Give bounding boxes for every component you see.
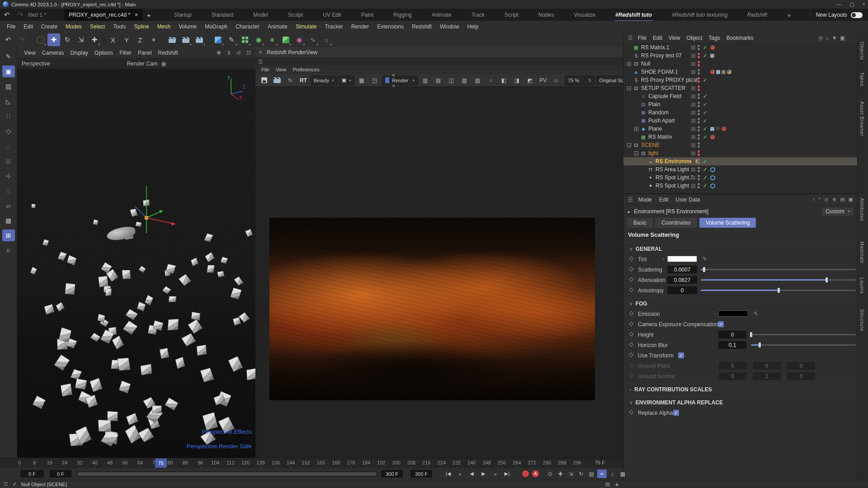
enabled-check-icon[interactable]: ✓	[703, 126, 707, 132]
enabled-check-icon[interactable]: ✓	[703, 94, 707, 99]
layer-toggle-icon[interactable]	[691, 119, 695, 123]
enabled-check-icon[interactable]: ✓	[703, 175, 707, 181]
value-field[interactable]: 0	[718, 331, 746, 338]
move-tool-icon[interactable]: ✚	[47, 33, 60, 46]
menu-animate[interactable]: Animate	[264, 23, 292, 30]
add-document-button[interactable]: +	[142, 11, 155, 19]
layout-tab-visualize[interactable]: Visualize	[573, 10, 596, 20]
new-layouts-toggle[interactable]	[851, 12, 863, 18]
checkbox[interactable]: ✓	[718, 321, 724, 327]
value-field[interactable]: 0	[718, 362, 746, 370]
light-tag[interactable]	[710, 175, 715, 180]
enable-axis-icon[interactable]: ⊹	[2, 170, 15, 182]
light-tag[interactable]	[710, 167, 715, 172]
object-row-rs-proxy-test-07[interactable]: §RS Proxy test 07✓	[623, 52, 858, 60]
close-icon[interactable]: ×	[863, 1, 865, 7]
toggle-view-icon[interactable]: ⊡	[245, 50, 253, 56]
object-row-light[interactable]: −⊡light	[623, 149, 858, 157]
timeline-ruler[interactable]: 75 F 08162432404856647280889610411212012…	[0, 458, 623, 469]
attr-add-icon[interactable]: ▤	[840, 197, 844, 202]
color-swatch[interactable]	[667, 256, 697, 262]
animation-dot-icon[interactable]	[629, 311, 634, 316]
menu-redshift[interactable]: Redshift	[408, 23, 436, 30]
range-end-field[interactable]: 300 F	[381, 470, 403, 478]
visibility-dots[interactable]	[698, 118, 700, 123]
rs-material-tag[interactable]	[710, 45, 715, 50]
side-tab-materials[interactable]: Materials	[859, 241, 865, 263]
layer-toggle-icon[interactable]	[691, 184, 695, 188]
camera-dropdown[interactable]: ▣▾	[339, 75, 354, 85]
color-swatch[interactable]	[718, 310, 748, 317]
menu-panel[interactable]: Panel	[135, 50, 155, 56]
last-tool-icon[interactable]: ✚	[88, 33, 101, 46]
layer-toggle-icon[interactable]	[691, 176, 695, 180]
document-tab-active[interactable]: PROXY_export_rec.c4d * ×	[64, 9, 142, 21]
expand-section-icon[interactable]: ›	[630, 387, 631, 392]
layout-tab-uv-edit[interactable]: UV Edit	[322, 10, 342, 20]
lock-y-axis-icon[interactable]: Y	[120, 33, 133, 46]
workplane-snap-icon[interactable]: ⌗	[2, 244, 15, 256]
collapse-icon[interactable]: −	[627, 143, 631, 147]
menu-options[interactable]: Options	[91, 50, 116, 56]
menu-extensions[interactable]: Extensions	[373, 23, 408, 30]
menu-object[interactable]: Object	[684, 35, 706, 41]
status-grip-icon[interactable]: ☰	[4, 481, 8, 487]
film-tag[interactable]	[716, 70, 720, 74]
layout-tab-redshift[interactable]: Redshift	[746, 10, 768, 20]
enabled-check-icon[interactable]: ✓	[703, 102, 707, 108]
pan-view-icon[interactable]: ✥	[215, 50, 223, 56]
section-title[interactable]: RAY CONTRIBUTION SCALES	[634, 386, 712, 393]
polygons-mode-icon[interactable]: △	[2, 140, 15, 152]
menu-select[interactable]: Select	[86, 23, 109, 30]
coordinate-system-icon[interactable]: ⌖	[147, 33, 160, 46]
checkbox[interactable]: ✓	[678, 352, 684, 358]
goto-end-button[interactable]: ▶|	[502, 469, 512, 479]
material-tag[interactable]	[727, 70, 731, 74]
simulation-icon[interactable]: ○	[320, 33, 333, 46]
live-selection-icon[interactable]	[34, 33, 47, 46]
visibility-dots[interactable]	[698, 69, 700, 75]
display-tag[interactable]	[710, 54, 714, 58]
rotate-tool-icon[interactable]: ↻	[61, 33, 74, 46]
animation-dot-icon[interactable]	[629, 332, 634, 337]
tab-coordinates[interactable]: Coordinates	[655, 218, 697, 228]
enabled-check-icon[interactable]: ✓	[703, 134, 707, 140]
snapshot-icon[interactable]: ▥	[419, 75, 431, 85]
preset-dropdown[interactable]: Custom ▾	[821, 207, 854, 216]
panel-grip-icon[interactable]: ☰	[626, 35, 635, 41]
object-row-rs-matrix-1[interactable]: ▦RS Matrix.1✓	[623, 43, 858, 52]
render-mode-dropdown[interactable]: < Render >▾	[382, 75, 418, 85]
menu-view[interactable]: View	[21, 50, 39, 56]
param-slider[interactable]	[751, 344, 856, 346]
undo-icon[interactable]: ↶	[0, 11, 14, 19]
layout-tab-model[interactable]: Model	[252, 10, 269, 20]
side-tab-attributes[interactable]: Attributes	[859, 198, 865, 221]
renderview-close-icon[interactable]: ×	[259, 49, 262, 56]
value-field[interactable]: 0.0827	[667, 276, 697, 284]
layer-toggle-icon[interactable]	[691, 54, 695, 58]
visibility-dots[interactable]	[698, 102, 700, 107]
value-field[interactable]: 0.0007	[667, 266, 697, 273]
menu-redshift[interactable]: Redshift	[155, 50, 181, 56]
dynamics-icon[interactable]: ◉	[293, 33, 306, 46]
object-row-capsule-field[interactable]: ○Capsule Field✓	[623, 92, 858, 100]
layer-toggle-icon[interactable]	[691, 127, 695, 131]
phong-tag[interactable]	[722, 70, 726, 74]
rt-mode-label[interactable]: RT	[297, 75, 309, 85]
prev-frame-button[interactable]: ◀	[467, 469, 477, 479]
snapshot-add-icon[interactable]: ▤	[432, 75, 444, 85]
viewport-camera-label[interactable]: Render Cam ▣	[127, 61, 166, 67]
object-row-scene[interactable]: −⊡SCENE	[623, 141, 858, 149]
tab-volume-scattering[interactable]: Volume Scattering	[699, 218, 756, 228]
collapse-icon[interactable]: −	[627, 86, 631, 90]
layer-toggle-icon[interactable]	[691, 135, 695, 139]
collapse-section-icon[interactable]: ˅	[630, 400, 632, 405]
visibility-dots[interactable]	[698, 45, 700, 50]
spline-pen-icon[interactable]: ✎	[225, 33, 238, 46]
side-tab-layers[interactable]: Layers	[859, 277, 865, 294]
visibility-dots[interactable]	[698, 167, 700, 172]
layout-tab-script[interactable]: Script	[504, 10, 519, 20]
attr-up-icon[interactable]: ^	[818, 197, 821, 202]
om-lock-icon[interactable]: ▣	[840, 35, 845, 41]
layer-toggle-icon[interactable]	[691, 62, 695, 66]
